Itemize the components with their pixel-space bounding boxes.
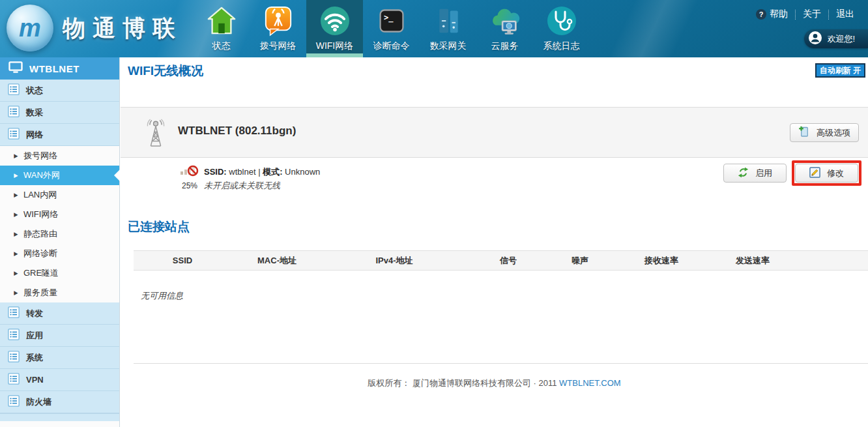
help-icon: ? xyxy=(756,9,766,20)
sidebar-item-label: WAN外网 xyxy=(23,169,60,181)
monitor-icon xyxy=(8,61,23,76)
sidebar-subitem-dialup[interactable]: ▶ 拨号网络 xyxy=(0,146,119,166)
caret-right-icon: ▶ xyxy=(14,211,18,218)
advanced-options-label: 高级选项 xyxy=(817,127,850,139)
sidebar-item-label: 网络 xyxy=(26,129,43,141)
sidebar-item-status[interactable]: 状态 xyxy=(0,80,119,102)
column-header-tx-rate: 发送速率 xyxy=(714,255,792,267)
sidebar-subitem-net-diagnose[interactable]: ▶ 网络诊断 xyxy=(0,244,119,263)
nav-label: WIFI网络 xyxy=(316,40,354,52)
column-header-rx-rate: 接收速率 xyxy=(609,255,714,267)
modify-button[interactable]: 修改 xyxy=(795,164,858,183)
column-header-mac: MAC-地址 xyxy=(231,255,323,267)
help-link[interactable]: ? 帮助 xyxy=(749,8,795,20)
caret-right-icon: ▶ xyxy=(14,153,18,159)
device-name: WTBLNET xyxy=(29,63,80,74)
caret-right-icon: ▶ xyxy=(14,231,18,237)
sidebar-subitem-wan[interactable]: ▶ WAN外网 xyxy=(0,166,119,185)
stations-table-header: SSID MAC-地址 IPv4-地址 信号 噪声 接收速率 发送速率 xyxy=(134,250,868,271)
refresh-icon xyxy=(738,167,749,180)
column-header-ipv4: IPv4-地址 xyxy=(323,255,466,267)
nav-item-cloud-service[interactable]: 云服务 xyxy=(476,0,533,57)
sidebar-item-label: 应用 xyxy=(26,330,43,342)
sidebar-item-firewall[interactable]: 防火墙 xyxy=(0,391,119,413)
nav-item-data-gateway[interactable]: 数采网关 xyxy=(420,0,476,57)
list-icon xyxy=(8,351,20,364)
page-plus-icon xyxy=(798,126,810,140)
list-icon xyxy=(8,395,20,409)
nav-label: 系统日志 xyxy=(543,40,580,52)
about-label: 关于 xyxy=(803,8,821,20)
sidebar-item-label: 网络诊断 xyxy=(23,248,57,259)
ssid-label: SSID: xyxy=(204,167,227,177)
sidebar-item-label: 服务质量 xyxy=(23,287,57,299)
nav-item-diagnostic-commands[interactable]: >_ 诊断命令 xyxy=(363,0,420,57)
nav-item-status[interactable]: 状态 xyxy=(193,0,250,57)
ssid-value: wtblnet xyxy=(229,167,255,177)
stations-empty-text: 无可用信息 xyxy=(141,290,183,302)
sidebar-item-application[interactable]: 应用 xyxy=(0,325,119,347)
sidebar-item-data-collect[interactable]: 数采 xyxy=(0,102,119,124)
list-icon xyxy=(8,128,20,141)
sidebar-subitem-static-route[interactable]: ▶ 静态路由 xyxy=(0,224,119,244)
nav-label: 状态 xyxy=(212,40,231,52)
wifi-network-title: WTBLNET (802.11bgn) xyxy=(178,125,296,138)
top-nav: 状态 拨号网络 xyxy=(193,0,590,57)
sidebar-subitem-gre-tunnel[interactable]: ▶ GRE隧道 xyxy=(0,263,119,283)
cloud-icon xyxy=(489,5,521,37)
main-content: WIFI无线概况 自动刷新 开 WTBLNET (802.11bgn) xyxy=(121,57,868,427)
about-link[interactable]: 关于 xyxy=(796,8,828,20)
signal-disabled-icon xyxy=(180,162,199,178)
nav-label: 云服务 xyxy=(491,40,519,52)
nav-item-wifi-network[interactable]: WIFI网络 xyxy=(306,0,363,57)
logout-link[interactable]: 退出 xyxy=(829,8,861,20)
auto-refresh-toggle[interactable]: 自动刷新 开 xyxy=(815,63,865,78)
welcome-label: 欢迎您! xyxy=(827,33,855,45)
enable-button[interactable]: 启用 xyxy=(723,164,787,183)
list-icon xyxy=(8,106,20,119)
nav-item-system-log[interactable]: 系统日志 xyxy=(533,0,590,57)
advanced-options-button[interactable]: 高级选项 xyxy=(790,123,859,142)
terminal-icon: >_ xyxy=(377,5,406,37)
wifi-icon xyxy=(319,5,351,37)
sidebar-item-label: 数采 xyxy=(26,107,43,119)
top-header: m 物通博联 状态 xyxy=(0,0,868,57)
sidebar-partial-item xyxy=(0,413,119,421)
nav-item-dialup-network[interactable]: 拨号网络 xyxy=(250,0,306,57)
sidebar-subitem-lan[interactable]: ▶ LAN内网 xyxy=(0,185,119,205)
syslog-icon xyxy=(546,5,577,37)
caret-right-icon: ▶ xyxy=(14,192,18,198)
sidebar-item-vpn[interactable]: VPN xyxy=(0,369,119,391)
column-header-ssid: SSID xyxy=(134,256,231,265)
sidebar-item-label: 状态 xyxy=(26,85,43,96)
sidebar-item-label: 系统 xyxy=(26,352,43,364)
welcome-user-pill[interactable]: 欢迎您! xyxy=(804,29,868,48)
antenna-icon xyxy=(142,117,169,151)
nav-label: 拨号网络 xyxy=(260,40,297,52)
sidebar-item-label: VPN xyxy=(26,375,44,385)
sidebar-item-forwarding[interactable]: 转发 xyxy=(0,302,119,325)
sidebar-item-label: 防火墙 xyxy=(26,396,51,408)
sidebar-subitem-qos[interactable]: ▶ 服务质量 xyxy=(0,283,119,302)
sidebar-item-network[interactable]: 网络 xyxy=(0,124,119,146)
sidebar-item-system[interactable]: 系统 xyxy=(0,347,119,369)
user-icon xyxy=(809,31,822,46)
sidebar-device-header: WTBLNET xyxy=(0,57,119,80)
separator: | xyxy=(258,167,260,177)
sidebar-item-label: 静态路由 xyxy=(23,228,57,240)
sidebar: WTBLNET 状态 数采 网络 ▶ 拨号网络 ▶ WAN外网 ▶ LAN内网 … xyxy=(0,57,120,427)
footer-link[interactable]: WTBLNET.COM xyxy=(559,378,621,388)
help-label: 帮助 xyxy=(770,8,788,20)
list-icon xyxy=(8,373,20,387)
caret-right-icon: ▶ xyxy=(14,270,18,276)
mode-label: 模式: xyxy=(263,167,282,177)
sidebar-item-label: 拨号网络 xyxy=(23,150,57,162)
nav-label: 数采网关 xyxy=(430,40,467,52)
sidebar-item-label: 转发 xyxy=(26,308,43,319)
sidebar-subitem-wifi[interactable]: ▶ WIFI网络 xyxy=(0,205,119,224)
column-header-noise: 噪声 xyxy=(551,255,609,267)
wifi-status-text: SSID: wtblnet | 模式: Unknown 未开启或未关联无线 xyxy=(204,165,320,192)
signal-percent: 25% xyxy=(178,181,201,190)
wifi-disabled-note: 未开启或未关联无线 xyxy=(204,179,320,192)
connected-stations-heading: 已连接站点 xyxy=(128,218,190,235)
